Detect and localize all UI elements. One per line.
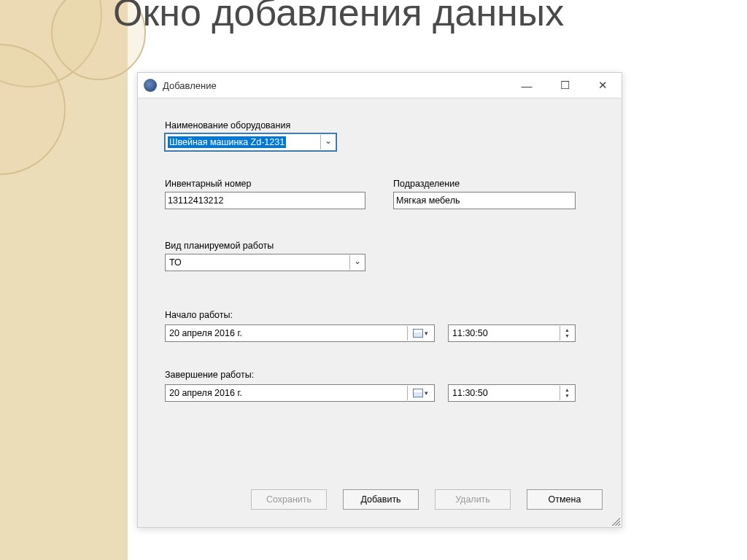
save-button[interactable]: Сохранить: [251, 489, 327, 510]
close-button[interactable]: ✕: [584, 73, 622, 98]
calendar-icon[interactable]: [407, 386, 433, 400]
department-label: Подразделение: [393, 179, 576, 189]
start-date-picker[interactable]: 20 апреля 2016 г.: [165, 324, 435, 342]
cancel-button[interactable]: Отмена: [527, 489, 603, 510]
resize-grip-icon[interactable]: [610, 516, 620, 526]
maximize-button[interactable]: ☐: [546, 73, 584, 98]
titlebar[interactable]: Добавление — ☐ ✕: [138, 73, 622, 98]
dialog-buttons: Сохранить Добавить Удалить Отмена: [251, 489, 603, 510]
inventory-number-label: Инвентарный номер: [165, 179, 365, 189]
window-controls: — ☐ ✕: [508, 73, 622, 98]
chevron-down-icon[interactable]: [349, 255, 364, 270]
add-data-window: Добавление — ☐ ✕ Наименование оборудован…: [137, 72, 622, 528]
finish-time-picker[interactable]: 11:30:50: [448, 384, 576, 402]
equipment-name-combo[interactable]: Швейная машинка Zd-1231: [165, 133, 336, 151]
equipment-name-label: Наименование оборудования: [165, 120, 336, 131]
work-type-value: ТО: [168, 257, 182, 268]
start-time-picker[interactable]: 11:30:50: [448, 324, 576, 342]
finish-time-value: 11:30:50: [451, 388, 488, 398]
time-spinner-icon[interactable]: [560, 386, 574, 400]
chevron-down-icon[interactable]: [320, 135, 335, 149]
equipment-name-value: Швейная машинка Zd-1231: [168, 136, 286, 148]
department-field[interactable]: Мягкая мебель: [393, 192, 576, 209]
inventory-number-field[interactable]: 13112413212: [165, 192, 365, 209]
window-title: Добавление: [163, 80, 217, 91]
time-spinner-icon[interactable]: [560, 326, 574, 341]
finish-date-picker[interactable]: 20 апреля 2016 г.: [165, 384, 435, 402]
work-type-combo[interactable]: ТО: [165, 254, 365, 271]
add-button[interactable]: Добавить: [343, 489, 419, 510]
finish-label: Завершение работы:: [165, 370, 254, 380]
app-icon: [144, 79, 157, 92]
department-value: Мягкая мебель: [396, 195, 460, 206]
start-time-value: 11:30:50: [451, 328, 488, 338]
work-type-label: Вид планируемой работы: [165, 241, 365, 251]
inventory-number-value: 13112413212: [168, 195, 223, 206]
start-label: Начало работы:: [165, 310, 233, 320]
delete-button[interactable]: Удалить: [435, 489, 511, 510]
start-date-value: 20 апреля 2016 г.: [168, 328, 242, 338]
calendar-icon[interactable]: [407, 326, 433, 341]
slide-title: Окно добавления данных: [113, 0, 564, 33]
finish-date-value: 20 апреля 2016 г.: [168, 388, 242, 398]
minimize-button[interactable]: —: [508, 73, 546, 98]
client-area: Наименование оборудования Швейная машинк…: [138, 98, 622, 527]
